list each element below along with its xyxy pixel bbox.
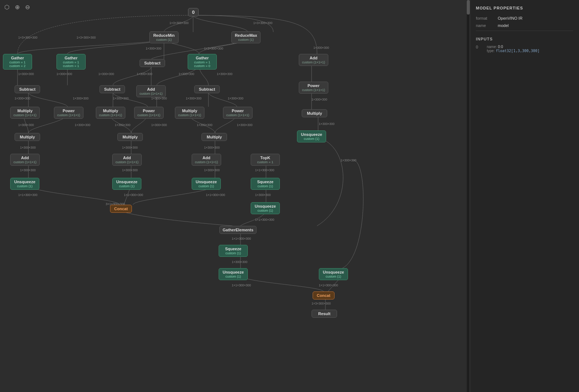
node-unsqueeze2-label: Unsqueeze [116,180,138,184]
divider1 [476,31,573,31]
node-concat1[interactable]: Concat [110,205,132,213]
node-add-topright[interactable]: Add custom (1×1×1) [299,54,328,66]
node-gather2-sub: custom = 1custom = 1 [60,60,82,68]
input-type-row: type: float32[1,3,300,300] [487,49,540,53]
prop-format-row: format OpenVINO IR [476,16,573,20]
node-add1[interactable]: Add custom (1×1×1) [10,154,40,166]
input-name-row: name: 0:0 [487,45,540,49]
node-power3[interactable]: Power custom (1×1×1) [223,107,253,119]
node-add2-label: Add [116,156,138,160]
node-multiply1[interactable]: Multiply custom (1×1×1) [10,107,40,119]
input-name-value: 0:0 [498,45,503,49]
node-power1-sub: custom (1×1×1) [57,113,80,117]
node-concat2[interactable]: Concat [313,291,335,299]
node-subtract-top-label: Subtract [143,61,162,65]
node-multiply2-sub: custom (1×1×1) [99,113,122,117]
node-concat2-label: Concat [316,293,331,298]
node-squeeze2[interactable]: Squeeze custom (1) [219,245,248,257]
input-index: 0 [476,45,483,53]
node-add3-label: Add [195,156,218,160]
node-reducemin[interactable]: ReduceMin custom (1) [149,31,179,43]
node-unsqueeze-tr[interactable]: Unsqueeze custom (1) [297,130,326,142]
prop-format-label: format [476,16,498,20]
node-gather2[interactable]: Gather custom = 1custom = 1 [56,54,86,70]
node-topk[interactable]: TopK custom = 1 [251,154,280,166]
node-multiply1-sub: custom (1×1×1) [13,113,36,117]
node-power-tr-sub: custom (1×1×1) [302,88,325,92]
node-unsqueeze1-label: Unsqueeze [13,180,36,184]
node-add2[interactable]: Add custom (1×1×1) [112,154,142,166]
inputs-section-title: INPUTS [476,37,573,41]
node-unsqueeze1[interactable]: Unsqueeze custom (1) [10,178,39,190]
prop-name-value: model [498,23,509,28]
node-squeeze1-sub: custom (1) [254,184,277,188]
node-power2-label: Power [137,109,160,113]
node-unsqueeze4-sub: custom (1) [254,209,277,212]
node-subtract2[interactable]: Subtract [99,85,125,93]
node-result[interactable]: Result [312,310,337,318]
node-unsqueeze1-sub: custom (1) [13,184,36,188]
node-unsqueeze-tr-label: Unsqueeze [300,132,323,137]
node-unsqueeze4[interactable]: Unsqueeze custom (1) [251,202,280,214]
node-power1-label: Power [57,109,80,113]
node-squeeze2-sub: custom (1) [222,251,244,255]
node-add1-sub: custom (1×1×1) [13,160,36,164]
node-subtract3[interactable]: Subtract [194,85,220,93]
node-add-topright-sub: custom (1×1×1) [302,60,325,64]
node-add-mid1-label: Add [140,87,163,91]
node-add1-label: Add [13,156,36,160]
node-gather1-sub: custom = 1custom = 2 [6,60,29,68]
reset-view-button[interactable]: ⬡ [3,3,11,11]
node-unsqueeze3[interactable]: Unsqueeze custom (1) [192,178,221,190]
node-multiply-c-label: Multiply [205,135,224,139]
node-gather2-label: Gather [60,56,82,60]
node-unsqueeze2[interactable]: Unsqueeze custom (1) [112,178,141,190]
toolbar: ⬡ ⊕ ⊖ [3,3,31,11]
node-unsqueeze6[interactable]: Unsqueeze custom (1) [319,268,348,280]
zoom-out-button[interactable]: ⊖ [23,3,31,11]
node-multiply-b-label: Multiply [121,135,140,139]
node-unsqueeze3-label: Unsqueeze [195,180,218,184]
node-add3-sub: custom (1×1×1) [195,160,218,164]
node-add-topright-label: Add [302,56,325,60]
zoom-in-button[interactable]: ⊕ [13,3,21,11]
node-reducemax[interactable]: ReduceMax custom (1) [231,31,261,43]
node-add-mid1[interactable]: Add custom (1×1×1) [136,85,166,97]
properties-panel: MODEL PROPERTIES format OpenVINO IR name… [470,0,579,392]
graph-canvas[interactable]: ⬡ ⊕ ⊖ [0,0,470,392]
node-gatherelements[interactable]: GatherElements [219,226,257,234]
node-multiply-c[interactable]: Multiply [202,133,227,141]
node-input[interactable]: 0 [188,8,199,16]
node-gather3[interactable]: Gather custom = 1custom = 0 [188,54,217,70]
node-unsqueeze5[interactable]: Unsqueeze custom (1) [219,268,248,280]
input-name-label: name: [487,45,497,49]
node-subtract3-label: Subtract [197,87,216,91]
node-multiply-tr-label: Multiply [305,111,324,115]
node-multiply-a[interactable]: Multiply [15,133,40,141]
node-add3[interactable]: Add custom (1×1×1) [192,154,221,166]
node-squeeze1[interactable]: Squeeze custom (1) [251,178,280,190]
node-reducemax-label: ReduceMax [235,33,257,38]
node-subtract2-label: Subtract [103,87,122,91]
node-power2-sub: custom (1×1×1) [137,113,160,117]
node-power3-label: Power [226,109,249,113]
node-multiply-b[interactable]: Multiply [117,133,143,141]
node-subtract-top[interactable]: Subtract [140,59,165,67]
node-power1[interactable]: Power custom (1×1×1) [54,107,83,119]
node-topk-label: TopK [254,156,277,160]
node-multiply2[interactable]: Multiply custom (1×1×1) [96,107,125,119]
node-gather3-label: Gather [191,56,214,60]
node-reducemin-sub: custom (1) [153,38,175,42]
canvas-scrollbar[interactable] [467,0,470,392]
node-gatherelements-label: GatherElements [223,228,253,232]
node-subtract1[interactable]: Subtract [15,85,40,93]
node-power2[interactable]: Power custom (1×1×1) [134,107,164,119]
node-multiply3[interactable]: Multiply custom (1×1×1) [175,107,204,119]
node-reducemin-label: ReduceMin [153,33,175,38]
node-unsqueeze6-label: Unsqueeze [322,270,345,274]
node-multiply-tr[interactable]: Multiply [302,109,327,117]
node-gather1[interactable]: Gather custom = 1custom = 2 [3,54,32,70]
prop-format-value: OpenVINO IR [498,16,523,20]
node-power-tr[interactable]: Power custom (1×1×1) [299,82,328,94]
canvas-scrollbar-thumb[interactable] [467,0,470,15]
